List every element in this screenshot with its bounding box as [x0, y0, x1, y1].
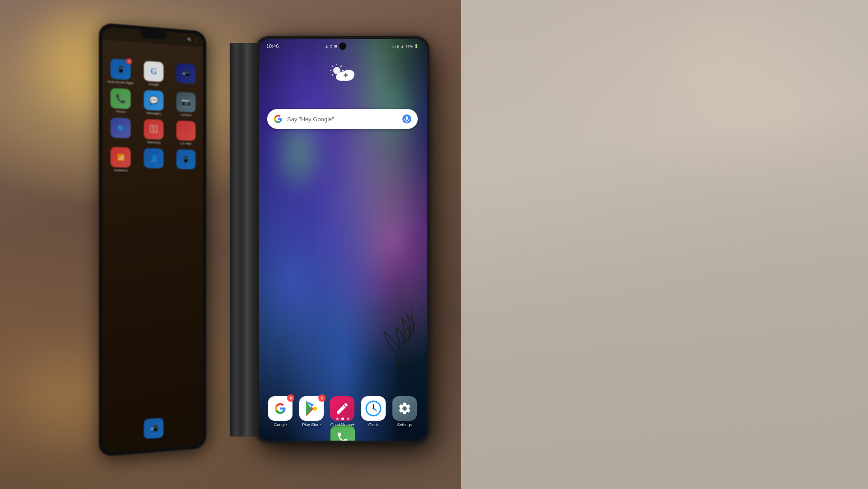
phone-hinge: [230, 43, 259, 437]
phone-icon: [336, 431, 349, 441]
list-item[interactable]: 🅂 Samsung: [140, 119, 168, 145]
notification-circle-icon: ⊙: [330, 44, 333, 48]
page-dot-2: [341, 418, 344, 420]
svg-rect-15: [406, 116, 408, 120]
play-store-app-label: Play Store: [302, 423, 321, 427]
svg-point-11: [343, 70, 354, 79]
list-item[interactable]: 📶 Vodafone: [106, 147, 135, 172]
app-label: Vodafone: [114, 169, 127, 172]
app-label: Samsung: [147, 140, 160, 144]
google-logo: [273, 114, 283, 124]
list-item[interactable]: 📘: [140, 148, 168, 173]
app-label: LG Help: [180, 142, 192, 145]
wifi-icon: ᵷ: [397, 44, 399, 48]
mic-icon[interactable]: [401, 114, 412, 124]
settings-app-label: Settings: [397, 423, 412, 427]
list-item[interactable]: ❓ LG Help: [172, 120, 200, 146]
left-phone: 🔍 ⋮ 📱 5 Dual Screen Apps G Google 📲: [99, 23, 207, 457]
statusbar-time: 10:46: [266, 43, 279, 49]
left-statusbar-menu-icon: ⋮: [194, 38, 198, 43]
app-label: Messages: [146, 111, 161, 115]
right-background: [461, 0, 868, 489]
list-item[interactable]: 📱: [172, 149, 200, 174]
page-indicator: [336, 418, 349, 420]
right-phone-screen: 10:46 ▲ ⊙ ⊞ ▲ ▷ ☐ ᵷ ▲ 93% 🔋: [258, 39, 427, 441]
page-dot-1: [336, 418, 339, 420]
clock-app-label: Clock: [368, 423, 379, 427]
clock-icon: [365, 400, 382, 417]
list-item[interactable]: 🔷: [106, 117, 135, 143]
quickmemo-app-label: QuickMemo+: [330, 423, 354, 427]
play-store-app-icon[interactable]: 2 Play Store: [299, 396, 324, 427]
right-phone: 10:46 ▲ ⊙ ⊞ ▲ ▷ ☐ ᵷ ▲ 93% 🔋: [255, 36, 429, 443]
left-statusbar-search-icon: 🔍: [187, 38, 192, 43]
page-dot-3: [347, 418, 349, 420]
search-bar[interactable]: Say "Hey Google": [267, 109, 418, 129]
app-label: Google: [149, 82, 159, 86]
weather-icon: [327, 62, 359, 84]
svg-line-7: [332, 74, 333, 76]
quickmemo-icon: [335, 401, 349, 416]
play-store-badge: 2: [318, 394, 326, 402]
signal-icon: ▲: [401, 44, 404, 48]
left-phone-screen: 🔍 ⋮ 📱 5 Dual Screen Apps G Google 📲: [103, 27, 203, 453]
dock-app-row: 8 Google 2 Play Store: [263, 396, 422, 427]
bottom-dock: 8 Google 2 Play Store: [263, 396, 422, 427]
list-item[interactable]: 💬 Messages: [140, 90, 168, 115]
notification-triangle-icon: ▲: [325, 44, 328, 48]
battery-icon: 🔋: [414, 44, 419, 48]
svg-point-20: [373, 408, 374, 409]
google-app-label: Google: [274, 423, 287, 427]
weather-widget[interactable]: [327, 62, 359, 84]
quickmemo-app-icon[interactable]: QuickMemo+: [330, 396, 354, 427]
clock-app-icon[interactable]: Clock: [361, 396, 386, 427]
app-label: Dual Screen Apps: [108, 80, 133, 85]
list-item[interactable]: 📞 Phone: [106, 88, 135, 114]
svg-line-8: [340, 66, 342, 67]
sim-icon: ☐: [392, 44, 396, 48]
phone-app-bottom[interactable]: [330, 425, 355, 441]
list-item[interactable]: 📷 Camera: [172, 91, 200, 117]
camera-notch: [339, 43, 346, 50]
app-label: Phone: [116, 110, 126, 114]
google-badge: 8: [287, 394, 294, 402]
list-item[interactable]: 📲: [172, 63, 200, 89]
list-item[interactable]: 📱 5 Dual Screen Apps: [106, 58, 135, 85]
play-store-icon: [304, 401, 319, 416]
settings-icon: [397, 401, 412, 416]
list-item[interactable]: G Google: [140, 61, 168, 87]
google-icon: [273, 401, 288, 416]
svg-line-5: [332, 66, 333, 67]
settings-app-icon[interactable]: Settings: [392, 396, 417, 427]
google-app-icon[interactable]: 8 Google: [268, 396, 292, 427]
search-placeholder: Say "Hey Google": [287, 116, 398, 123]
battery-label: 93%: [406, 44, 413, 48]
app-label: Camera: [180, 113, 191, 117]
wallpaper: [258, 39, 427, 441]
left-phone-app-grid: 📱 5 Dual Screen Apps G Google 📲: [103, 39, 203, 177]
list-item[interactable]: 📲: [144, 418, 164, 440]
notification-grid-icon: ⊞: [334, 44, 337, 48]
